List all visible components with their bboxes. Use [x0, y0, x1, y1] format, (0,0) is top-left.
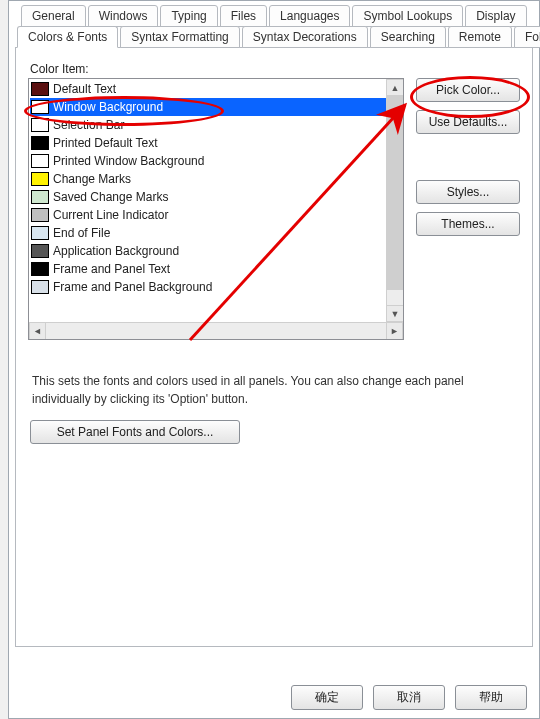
pick-color-button[interactable]: Pick Color... [416, 78, 520, 102]
tab-symbol-lookups[interactable]: Symbol Lookups [352, 5, 463, 27]
tab-folders[interactable]: Folders [514, 26, 540, 48]
tab-row-lower: Colors & FontsSyntax FormattingSyntax De… [17, 26, 533, 48]
color-swatch [31, 280, 49, 294]
color-swatch [31, 136, 49, 150]
cancel-button[interactable]: 取消 [373, 685, 445, 710]
list-item[interactable]: Default Text [30, 80, 403, 98]
styles-button[interactable]: Styles... [416, 180, 520, 204]
list-item[interactable]: Application Background [30, 242, 403, 260]
tab-windows[interactable]: Windows [88, 5, 159, 27]
list-item[interactable]: Current Line Indicator [30, 206, 403, 224]
scroll-down-icon[interactable]: ▼ [387, 305, 403, 322]
ok-button[interactable]: 确定 [291, 685, 363, 710]
list-item[interactable]: Change Marks [30, 170, 403, 188]
preferences-dialog: GeneralWindowsTypingFilesLanguagesSymbol… [8, 0, 540, 719]
side-buttons: Pick Color... Use Defaults... Styles... … [416, 78, 520, 236]
list-item[interactable]: End of File [30, 224, 403, 242]
tab-colors-fonts[interactable]: Colors & Fonts [17, 26, 118, 48]
list-item[interactable]: Frame and Panel Background [30, 278, 403, 296]
tab-remote[interactable]: Remote [448, 26, 512, 48]
tab-typing[interactable]: Typing [160, 5, 217, 27]
list-item-label: Selection Bar [53, 118, 124, 132]
color-swatch [31, 208, 49, 222]
color-swatch [31, 244, 49, 258]
tab-languages[interactable]: Languages [269, 5, 350, 27]
list-item-label: Application Background [53, 244, 179, 258]
list-item-label: Printed Default Text [53, 136, 158, 150]
set-panel-fonts-button[interactable]: Set Panel Fonts and Colors... [30, 420, 240, 444]
scroll-right-icon[interactable]: ► [386, 323, 403, 339]
color-swatch [31, 262, 49, 276]
use-defaults-button[interactable]: Use Defaults... [416, 110, 520, 134]
color-swatch [31, 190, 49, 204]
color-swatch [31, 172, 49, 186]
list-item-label: Printed Window Background [53, 154, 204, 168]
color-swatch [31, 100, 49, 114]
tab-syntax-decorations[interactable]: Syntax Decorations [242, 26, 368, 48]
list-item-label: Current Line Indicator [53, 208, 168, 222]
description-text: This sets the fonts and colors used in a… [32, 372, 516, 408]
color-item-listbox[interactable]: Default TextWindow BackgroundSelection B… [28, 78, 404, 340]
color-swatch [31, 118, 49, 132]
scroll-up-icon[interactable]: ▲ [387, 79, 403, 96]
tab-row-upper: GeneralWindowsTypingFilesLanguagesSymbol… [21, 5, 533, 27]
tab-syntax-formatting[interactable]: Syntax Formatting [120, 26, 239, 48]
list-item-label: Change Marks [53, 172, 131, 186]
list-item[interactable]: Window Background [30, 98, 403, 116]
list-item[interactable]: Selection Bar [30, 116, 403, 134]
color-swatch [31, 154, 49, 168]
tab-files[interactable]: Files [220, 5, 267, 27]
tab-display[interactable]: Display [465, 5, 526, 27]
list-item-label: Saved Change Marks [53, 190, 168, 204]
tab-general[interactable]: General [21, 5, 86, 27]
color-swatch [31, 226, 49, 240]
color-item-label: Color Item: [30, 62, 520, 76]
dialog-buttons: 确定 取消 帮助 [291, 685, 527, 710]
themes-button[interactable]: Themes... [416, 212, 520, 236]
horizontal-scrollbar[interactable]: ◄ ► [29, 322, 403, 339]
list-item-label: End of File [53, 226, 110, 240]
vertical-scrollbar[interactable]: ▲ ▼ [386, 79, 403, 322]
list-item[interactable]: Saved Change Marks [30, 188, 403, 206]
scroll-left-icon[interactable]: ◄ [29, 323, 46, 339]
scroll-thumb[interactable] [387, 96, 403, 290]
list-item[interactable]: Printed Default Text [30, 134, 403, 152]
list-item[interactable]: Frame and Panel Text [30, 260, 403, 278]
tab-content: Color Item: Default TextWindow Backgroun… [15, 47, 533, 647]
list-item-label: Default Text [53, 82, 116, 96]
list-area: Default TextWindow BackgroundSelection B… [28, 78, 520, 340]
color-swatch [31, 82, 49, 96]
tab-searching[interactable]: Searching [370, 26, 446, 48]
help-button[interactable]: 帮助 [455, 685, 527, 710]
list-item-label: Frame and Panel Background [53, 280, 212, 294]
list-item-label: Window Background [53, 100, 163, 114]
list-item[interactable]: Printed Window Background [30, 152, 403, 170]
list-item-label: Frame and Panel Text [53, 262, 170, 276]
